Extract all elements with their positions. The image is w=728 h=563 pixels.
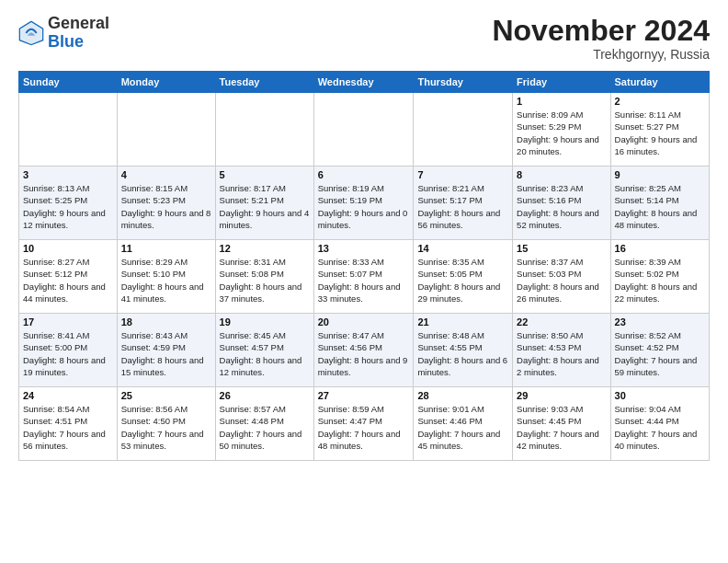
- day-number: 20: [318, 316, 410, 327]
- day-number: 15: [517, 243, 606, 254]
- day-info: Sunrise: 9:04 AM Sunset: 4:44 PM Dayligh…: [615, 403, 705, 452]
- day-info: Sunrise: 8:09 AM Sunset: 5:29 PM Dayligh…: [517, 109, 606, 157]
- day-number: 16: [615, 243, 705, 254]
- calendar-cell: 2Sunrise: 8:11 AM Sunset: 5:27 PM Daylig…: [610, 93, 709, 167]
- day-info: Sunrise: 8:45 AM Sunset: 4:57 PM Dayligh…: [220, 329, 310, 378]
- col-tuesday: Tuesday: [215, 72, 313, 93]
- calendar-cell: [117, 93, 215, 167]
- day-number: 25: [121, 390, 211, 401]
- day-number: 7: [417, 169, 508, 180]
- day-info: Sunrise: 8:23 AM Sunset: 5:16 PM Dayligh…: [517, 182, 606, 231]
- logo-icon: [18, 20, 44, 46]
- calendar-cell: 24Sunrise: 8:54 AM Sunset: 4:51 PM Dayli…: [19, 387, 118, 461]
- calendar-cell: 23Sunrise: 8:52 AM Sunset: 4:52 PM Dayli…: [610, 314, 709, 387]
- day-info: Sunrise: 8:11 AM Sunset: 5:27 PM Dayligh…: [615, 109, 705, 157]
- calendar-cell: 20Sunrise: 8:47 AM Sunset: 4:56 PM Dayli…: [313, 314, 414, 387]
- day-info: Sunrise: 8:59 AM Sunset: 4:47 PM Dayligh…: [318, 403, 410, 452]
- calendar-table: Sunday Monday Tuesday Wednesday Thursday…: [18, 71, 710, 461]
- day-number: 24: [23, 390, 113, 401]
- calendar-week-1: 1Sunrise: 8:09 AM Sunset: 5:29 PM Daylig…: [19, 93, 710, 167]
- day-info: Sunrise: 8:56 AM Sunset: 4:50 PM Dayligh…: [121, 403, 211, 452]
- day-number: 4: [121, 169, 211, 180]
- day-number: 30: [615, 390, 705, 401]
- calendar-week-5: 24Sunrise: 8:54 AM Sunset: 4:51 PM Dayli…: [19, 387, 710, 461]
- day-info: Sunrise: 8:54 AM Sunset: 4:51 PM Dayligh…: [23, 403, 113, 452]
- day-number: 9: [615, 169, 705, 180]
- day-number: 1: [517, 96, 606, 107]
- day-number: 5: [220, 169, 310, 180]
- calendar-cell: [414, 93, 513, 167]
- day-info: Sunrise: 8:27 AM Sunset: 5:12 PM Dayligh…: [23, 256, 113, 304]
- day-info: Sunrise: 8:21 AM Sunset: 5:17 PM Dayligh…: [417, 182, 508, 231]
- logo: General Blue: [18, 15, 109, 52]
- calendar-cell: 8Sunrise: 8:23 AM Sunset: 5:16 PM Daylig…: [513, 167, 610, 240]
- day-info: Sunrise: 8:15 AM Sunset: 5:23 PM Dayligh…: [121, 182, 211, 231]
- calendar-cell: 25Sunrise: 8:56 AM Sunset: 4:50 PM Dayli…: [117, 387, 215, 461]
- day-info: Sunrise: 8:50 AM Sunset: 4:53 PM Dayligh…: [517, 329, 606, 378]
- day-number: 27: [318, 390, 410, 401]
- day-info: Sunrise: 8:29 AM Sunset: 5:10 PM Dayligh…: [121, 256, 211, 304]
- calendar-week-4: 17Sunrise: 8:41 AM Sunset: 5:00 PM Dayli…: [19, 314, 710, 387]
- day-info: Sunrise: 8:25 AM Sunset: 5:14 PM Dayligh…: [615, 182, 705, 231]
- day-info: Sunrise: 8:41 AM Sunset: 5:00 PM Dayligh…: [23, 329, 113, 378]
- col-wednesday: Wednesday: [313, 72, 414, 93]
- calendar-cell: 21Sunrise: 8:48 AM Sunset: 4:55 PM Dayli…: [414, 314, 513, 387]
- calendar-cell: 6Sunrise: 8:19 AM Sunset: 5:19 PM Daylig…: [313, 167, 414, 240]
- calendar-cell: 7Sunrise: 8:21 AM Sunset: 5:17 PM Daylig…: [414, 167, 513, 240]
- calendar-header-row: Sunday Monday Tuesday Wednesday Thursday…: [19, 72, 710, 93]
- location-subtitle: Trekhgornyy, Russia: [492, 47, 710, 62]
- calendar-cell: 18Sunrise: 8:43 AM Sunset: 4:59 PM Dayli…: [117, 314, 215, 387]
- day-info: Sunrise: 8:33 AM Sunset: 5:07 PM Dayligh…: [318, 256, 410, 304]
- calendar-cell: 16Sunrise: 8:39 AM Sunset: 5:02 PM Dayli…: [610, 240, 709, 314]
- day-number: 6: [318, 169, 410, 180]
- month-title: November 2024: [492, 15, 710, 47]
- col-saturday: Saturday: [610, 72, 709, 93]
- day-info: Sunrise: 8:17 AM Sunset: 5:21 PM Dayligh…: [220, 182, 310, 231]
- calendar-cell: [313, 93, 414, 167]
- calendar-cell: 4Sunrise: 8:15 AM Sunset: 5:23 PM Daylig…: [117, 167, 215, 240]
- day-info: Sunrise: 8:35 AM Sunset: 5:05 PM Dayligh…: [417, 256, 508, 304]
- day-number: 12: [220, 243, 310, 254]
- day-info: Sunrise: 8:57 AM Sunset: 4:48 PM Dayligh…: [220, 403, 310, 452]
- col-friday: Friday: [513, 72, 610, 93]
- day-number: 2: [615, 96, 705, 107]
- calendar-cell: 5Sunrise: 8:17 AM Sunset: 5:21 PM Daylig…: [215, 167, 313, 240]
- header: General Blue November 2024 Trekhgornyy, …: [18, 15, 710, 62]
- col-thursday: Thursday: [414, 72, 513, 93]
- day-info: Sunrise: 8:52 AM Sunset: 4:52 PM Dayligh…: [615, 329, 705, 378]
- calendar-cell: 11Sunrise: 8:29 AM Sunset: 5:10 PM Dayli…: [117, 240, 215, 314]
- calendar-cell: 3Sunrise: 8:13 AM Sunset: 5:25 PM Daylig…: [19, 167, 118, 240]
- logo-general-text: General: [48, 15, 109, 33]
- day-number: 23: [615, 316, 705, 327]
- calendar-cell: 17Sunrise: 8:41 AM Sunset: 5:00 PM Dayli…: [19, 314, 118, 387]
- calendar-cell: 26Sunrise: 8:57 AM Sunset: 4:48 PM Dayli…: [215, 387, 313, 461]
- day-info: Sunrise: 8:31 AM Sunset: 5:08 PM Dayligh…: [220, 256, 310, 304]
- day-info: Sunrise: 8:13 AM Sunset: 5:25 PM Dayligh…: [23, 182, 113, 231]
- day-info: Sunrise: 9:03 AM Sunset: 4:45 PM Dayligh…: [517, 403, 606, 452]
- day-info: Sunrise: 8:39 AM Sunset: 5:02 PM Dayligh…: [615, 256, 705, 304]
- day-info: Sunrise: 8:37 AM Sunset: 5:03 PM Dayligh…: [517, 256, 606, 304]
- calendar-cell: 10Sunrise: 8:27 AM Sunset: 5:12 PM Dayli…: [19, 240, 118, 314]
- calendar-cell: 19Sunrise: 8:45 AM Sunset: 4:57 PM Dayli…: [215, 314, 313, 387]
- day-number: 18: [121, 316, 211, 327]
- calendar-cell: 30Sunrise: 9:04 AM Sunset: 4:44 PM Dayli…: [610, 387, 709, 461]
- day-number: 11: [121, 243, 211, 254]
- day-number: 17: [23, 316, 113, 327]
- calendar-cell: [19, 93, 118, 167]
- title-block: November 2024 Trekhgornyy, Russia: [492, 15, 710, 62]
- day-number: 14: [417, 243, 508, 254]
- day-info: Sunrise: 8:43 AM Sunset: 4:59 PM Dayligh…: [121, 329, 211, 378]
- day-number: 3: [23, 169, 113, 180]
- col-monday: Monday: [117, 72, 215, 93]
- calendar-cell: 14Sunrise: 8:35 AM Sunset: 5:05 PM Dayli…: [414, 240, 513, 314]
- calendar-cell: 27Sunrise: 8:59 AM Sunset: 4:47 PM Dayli…: [313, 387, 414, 461]
- calendar-cell: 12Sunrise: 8:31 AM Sunset: 5:08 PM Dayli…: [215, 240, 313, 314]
- logo-blue-text: Blue: [48, 33, 109, 52]
- day-number: 8: [517, 169, 606, 180]
- calendar-cell: 28Sunrise: 9:01 AM Sunset: 4:46 PM Dayli…: [414, 387, 513, 461]
- day-number: 10: [23, 243, 113, 254]
- day-number: 28: [417, 390, 508, 401]
- calendar-cell: 29Sunrise: 9:03 AM Sunset: 4:45 PM Dayli…: [513, 387, 610, 461]
- day-number: 22: [517, 316, 606, 327]
- day-number: 26: [220, 390, 310, 401]
